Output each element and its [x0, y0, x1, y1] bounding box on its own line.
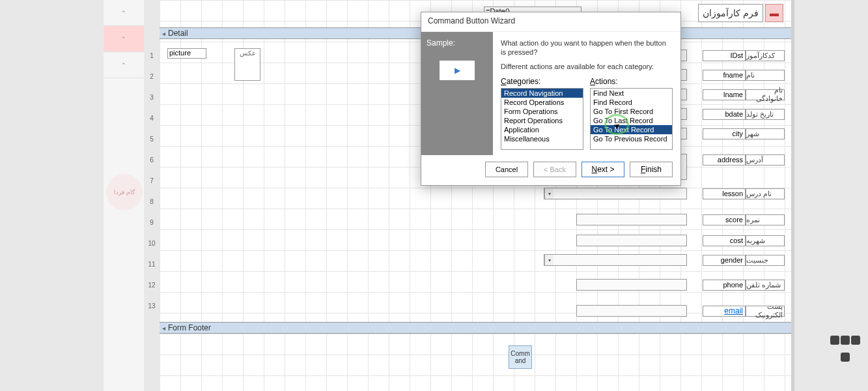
field-label[interactable]: IDst [703, 50, 746, 61]
minimap-item[interactable]: ⌃ [104, 26, 144, 52]
field-caption-fa[interactable]: تاریخ تولد [746, 109, 785, 120]
form-footer-band-header[interactable]: Form Footer [160, 322, 791, 334]
textbox[interactable] [576, 235, 687, 246]
field-caption-fa[interactable]: جنسیت [746, 255, 785, 266]
app-menu-icon[interactable] [829, 332, 861, 365]
picture-label[interactable]: picture [167, 48, 206, 59]
list-item[interactable]: Miscellaneous [501, 134, 583, 143]
field-label[interactable]: score [703, 214, 746, 225]
field-row-lname: lnameنام خانوادگی [699, 89, 785, 100]
sample-label: Sample: [427, 38, 455, 48]
list-item[interactable]: Form Operations [501, 107, 583, 116]
command-button-wizard-dialog: Command Button Wizard Sample: What actio… [421, 12, 681, 186]
minimap-item[interactable]: ⌃ [104, 0, 144, 26]
ruler-mark: 10 [147, 240, 157, 247]
form-footer-section: Command [160, 334, 791, 391]
field-label[interactable]: phone [703, 280, 746, 291]
field-row-email: emailپست الکترونیک [699, 305, 785, 317]
ruler-mark: 11 [147, 261, 157, 268]
collapse-icon [162, 323, 168, 332]
field-label[interactable]: lname [703, 89, 746, 100]
ruler-mark: 3 [147, 94, 157, 101]
chevron-down-icon[interactable]: ▾ [544, 188, 553, 199]
field-caption-fa[interactable]: پست الکترونیک [746, 306, 785, 317]
list-item[interactable]: Go To Next Record [591, 125, 672, 134]
list-item[interactable]: Go To First Record [591, 107, 672, 116]
sample-panel: Sample: [421, 32, 493, 155]
list-item[interactable]: Find Record [591, 98, 672, 107]
textbox[interactable] [576, 305, 687, 317]
list-item[interactable]: Report Operations [501, 116, 583, 125]
ruler-mark: 6 [147, 156, 157, 164]
ruler-mark: 9 [147, 219, 157, 226]
combobox[interactable]: ▾ [544, 188, 687, 199]
field-caption-fa[interactable]: نام خانوادگی [746, 89, 785, 100]
field-caption-fa[interactable]: شهریه [746, 235, 785, 246]
field-row-bdate: bdateتاریخ تولد [699, 108, 785, 120]
field-label[interactable]: email [703, 306, 746, 317]
field-row-lesson: lessonنام درس [699, 188, 785, 199]
field-caption-fa[interactable]: نام [746, 70, 785, 81]
textbox[interactable] [576, 279, 687, 291]
field-label[interactable]: city [703, 128, 746, 139]
sample-play-icon [440, 61, 475, 80]
field-caption-fa[interactable]: شهر [746, 128, 785, 139]
command-button[interactable]: Command [509, 345, 532, 369]
list-item[interactable]: Record Operations [501, 98, 583, 107]
form-logo-icon[interactable] [765, 4, 783, 22]
field-label[interactable]: address [703, 154, 746, 166]
field-label[interactable]: lesson [703, 188, 746, 199]
field-row-score: scoreنمره [699, 214, 785, 225]
list-item[interactable]: Find Next [591, 89, 672, 98]
list-item[interactable]: Record Navigation [501, 89, 583, 98]
list-item[interactable]: Go To Previous Record [591, 134, 672, 143]
field-row-city: cityشهر [699, 128, 785, 139]
band-label: Form Footer [168, 323, 211, 332]
field-row-address: addressآدرس [699, 154, 785, 166]
field-label[interactable]: bdate [703, 109, 746, 120]
field-caption-fa[interactable]: کدکارآموز [746, 50, 785, 61]
field-row-phone: phoneشماره تلفن [699, 279, 785, 291]
ruler-mark: 13 [147, 302, 157, 310]
textbox[interactable] [576, 214, 687, 225]
field-row-IDst: IDstکدکارآموز [699, 50, 785, 61]
cursor-icon [613, 121, 623, 130]
field-label[interactable]: gender [703, 255, 746, 266]
cancel-button[interactable]: Cancel [485, 162, 528, 177]
finish-button[interactable]: Finish [630, 162, 673, 177]
next-button[interactable]: Next > [581, 162, 624, 177]
actions-label: Actions: [590, 77, 673, 86]
wizard-question: What action do you want to happen when t… [501, 38, 673, 57]
actions-listbox[interactable]: Find NextFind RecordGo To First RecordGo… [590, 88, 673, 150]
design-edge [791, 0, 794, 391]
list-item[interactable]: Application [501, 125, 583, 134]
ruler-mark: 5 [147, 136, 157, 143]
categories-listbox[interactable]: Record NavigationRecord OperationsForm O… [501, 88, 583, 150]
wizard-note: Different actions are available for each… [501, 63, 673, 70]
chevron-down-icon[interactable]: ▾ [544, 255, 553, 265]
ruler-mark: 2 [147, 73, 157, 80]
band-label: Detail [168, 29, 188, 38]
ruler-mark: 4 [147, 115, 157, 122]
combobox[interactable]: ▾ [544, 254, 687, 266]
field-label[interactable]: fname [703, 70, 746, 81]
categories-label: Categories: [501, 77, 583, 86]
dialog-title: Command Button Wizard [421, 12, 680, 32]
field-caption-fa[interactable]: نام درس [746, 188, 785, 199]
collapse-icon [162, 29, 168, 38]
ruler-mark: 8 [147, 198, 157, 205]
ruler-mark: 7 [147, 177, 157, 184]
form-title-label[interactable]: فرم کارآموزان [698, 4, 763, 22]
back-button: < Back [533, 162, 576, 177]
field-caption-fa[interactable]: آدرس [746, 154, 785, 166]
minimap-item[interactable]: ⌃ [104, 52, 144, 78]
ruler-mark: 1 [147, 52, 157, 59]
picture-control[interactable]: عکس [234, 48, 260, 81]
field-row-cost: costشهریه [699, 235, 785, 246]
field-row-fname: fnameنام [699, 69, 785, 81]
list-item[interactable]: Go To Last Record [591, 116, 672, 125]
ruler-mark: 12 [147, 282, 157, 289]
field-label[interactable]: cost [703, 235, 746, 246]
field-caption-fa[interactable]: شماره تلفن [746, 280, 785, 291]
field-caption-fa[interactable]: نمره [746, 214, 785, 225]
